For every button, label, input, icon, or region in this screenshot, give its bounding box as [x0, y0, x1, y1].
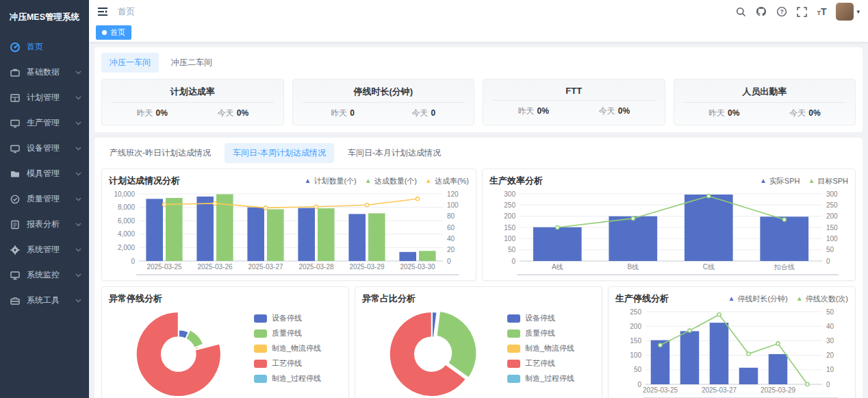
legend-item[interactable]: 制造_物流停线 [507, 343, 595, 353]
triangle-marker-icon: ▲ [425, 177, 432, 184]
sidebar-item-system-tools[interactable]: 系统工具 [0, 288, 89, 313]
fullscreen-icon[interactable] [797, 7, 807, 17]
kpi-row: 计划达成率 昨天0% 今天0% 停线时长(分钟) 昨天0 今天0 [101, 79, 856, 125]
kpi-label: 昨天 [518, 106, 534, 116]
kpi-panel: 冲压一车间 冲压二车间 计划达成率 昨天0% 今天0% 停线时长(分钟) [94, 47, 863, 132]
legend-item[interactable]: 设备停线 [507, 313, 595, 323]
svg-text:4,000: 4,000 [118, 230, 135, 238]
sidebar-item-home[interactable]: 首页 [0, 34, 89, 60]
svg-text:80: 80 [447, 212, 455, 220]
tab-workshop-2[interactable]: 冲压二车间 [163, 53, 220, 73]
svg-text:250: 250 [826, 201, 838, 209]
sidebar-item-quality-mgmt[interactable]: 质量管理 [0, 186, 89, 212]
svg-text:2025-03-25: 2025-03-25 [643, 386, 678, 394]
breadcrumb[interactable]: 首页 [118, 6, 135, 18]
github-icon[interactable] [756, 6, 767, 17]
chevron-down-icon [75, 172, 82, 176]
swatch-icon [254, 329, 267, 338]
kpi-title: 人员出勤率 [684, 84, 846, 102]
svg-text:200: 200 [826, 212, 838, 220]
svg-text:100: 100 [447, 201, 459, 209]
downtime-rose-chart[interactable] [109, 306, 254, 398]
svg-text:2025-03-29: 2025-03-29 [761, 386, 796, 394]
svg-text:20: 20 [447, 246, 455, 253]
svg-text:200: 200 [630, 323, 641, 330]
sidebar-item-label: 计划管理 [27, 92, 75, 103]
svg-text:300: 300 [504, 190, 515, 198]
font-size-icon[interactable]: TT [817, 6, 826, 17]
kpi-value: 0% [537, 106, 548, 116]
legend-item[interactable]: 工艺停线 [507, 358, 595, 369]
chart-legend: 设备停线 质量停线 制造_物流停线 工艺停线 制造_过程停线 [254, 306, 342, 398]
production-downtime-chart[interactable]: 050100150200250010203040502025-03-252025… [615, 306, 848, 395]
legend-item[interactable]: 制造_过程停线 [254, 373, 342, 384]
sidebar-item-system-mgmt[interactable]: 系统管理 [0, 237, 89, 262]
sidebar-item-label: 报表分析 [27, 219, 75, 230]
sidebar-item-report-analysis[interactable]: 报表分析 [0, 212, 89, 237]
user-menu[interactable]: ▾ [836, 3, 860, 21]
legend-item[interactable]: ▲停线次数(次) [796, 294, 848, 304]
kpi-label: 今天 [412, 108, 429, 118]
table-icon [10, 92, 21, 103]
sidebar-item-plan-mgmt[interactable]: 计划管理 [0, 85, 89, 110]
swatch-icon [254, 345, 267, 353]
tab-month-plan[interactable]: 车间日-本月计划达成情况 [340, 143, 449, 163]
sidebar-item-system-monitor[interactable]: 系统监控 [0, 262, 89, 288]
kpi-label: 今天 [789, 108, 806, 118]
efficiency-chart[interactable]: 050100150200250300050100150200250300A线B线… [489, 188, 848, 272]
tag-label: 首页 [110, 27, 125, 38]
legend-item[interactable]: ▲计划数量(个) [305, 176, 357, 186]
triangle-marker-icon: ▲ [365, 177, 372, 184]
swatch-icon [507, 360, 520, 368]
sidebar-item-equipment-mgmt[interactable]: 设备管理 [0, 136, 89, 161]
chart-card-downtime-analysis: 异常停线分析 设备停线 质量停线 制造_物流停线 工艺停线 制造_过程停线 [101, 286, 349, 398]
tag-home[interactable]: 首页 [96, 25, 131, 40]
chart-title: 生产效率分析 [489, 175, 543, 187]
main-area: 首页 ? TT ▾ [89, 0, 868, 398]
downtime-ratio-chart[interactable] [362, 306, 507, 398]
chevron-down-icon [75, 71, 82, 75]
chevron-down-icon [75, 248, 82, 252]
search-icon[interactable] [736, 7, 746, 17]
legend-item[interactable]: ▲实际SPH [760, 176, 800, 186]
legend-item[interactable]: 质量停线 [254, 328, 342, 338]
swatch-icon [254, 375, 267, 383]
sidebar-item-label: 设备管理 [27, 142, 75, 154]
datazoom-slider[interactable] [136, 274, 459, 275]
legend-item[interactable]: ▲达成率(%) [425, 176, 469, 186]
monitor-icon [10, 118, 21, 129]
chevron-down-icon [75, 223, 82, 227]
tab-yesterday-plan[interactable]: 产线班次-昨日计划达成情况 [101, 143, 219, 163]
app-title: 冲压MES管理系统 [0, 0, 89, 34]
svg-text:2025-03-26: 2025-03-26 [197, 263, 233, 271]
hamburger-icon[interactable] [97, 7, 108, 16]
triangle-marker-icon: ▲ [728, 295, 735, 302]
sidebar-item-mold-mgmt[interactable]: 模具管理 [0, 161, 89, 186]
plan-completion-chart[interactable]: 02,0004,0006,0008,00010,0000204060801001… [109, 188, 469, 272]
svg-text:6,000: 6,000 [118, 217, 135, 225]
legend-item[interactable]: ▲停线时长(分钟) [728, 294, 788, 304]
svg-text:60: 60 [447, 224, 455, 232]
legend-item[interactable]: 制造_过程停线 [507, 373, 595, 384]
help-icon[interactable]: ? [776, 6, 787, 17]
svg-text:0: 0 [511, 258, 515, 265]
legend-item[interactable]: ▲达成数量(个) [365, 176, 417, 186]
tab-workshop-1[interactable]: 冲压一车间 [101, 53, 159, 73]
tab-week-plan[interactable]: 车间日-本周计划达成情况 [225, 143, 334, 163]
kpi-value: 0 [350, 108, 355, 118]
chart-title: 计划达成情况分析 [109, 175, 180, 187]
avatar[interactable] [836, 3, 854, 21]
svg-text:2025-03-30: 2025-03-30 [400, 263, 435, 271]
datazoom-slider[interactable] [517, 274, 839, 275]
monitor-icon [10, 143, 21, 154]
legend-item[interactable]: 制造_物流停线 [254, 343, 342, 353]
legend-item[interactable]: 工艺停线 [254, 358, 342, 369]
svg-text:50: 50 [508, 246, 516, 253]
sidebar-item-basic-data[interactable]: 基础数据 [0, 60, 89, 85]
folder-icon [10, 169, 21, 179]
legend-item[interactable]: ▲目标SPH [808, 176, 848, 186]
swatch-icon [254, 360, 267, 368]
legend-item[interactable]: 质量停线 [507, 328, 595, 338]
legend-item[interactable]: 设备停线 [254, 313, 342, 323]
sidebar-item-production-mgmt[interactable]: 生产管理 [0, 110, 89, 136]
